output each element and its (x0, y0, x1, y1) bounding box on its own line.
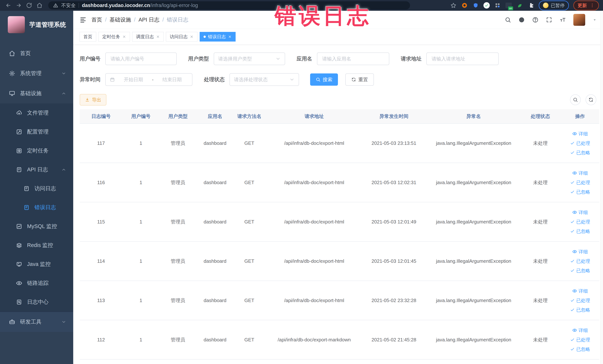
caret-down-icon[interactable] (593, 18, 597, 22)
mark-ignored-link[interactable]: 已忽略 (570, 228, 590, 234)
sidebar-item-label: 日志中心 (27, 298, 48, 306)
browser-extensions-area: on 已暂停 更新 (450, 0, 599, 10)
extension-leaf-icon[interactable] (516, 2, 523, 9)
breadcrumb-item[interactable]: 基础设施 (110, 16, 131, 23)
kebab-menu-icon[interactable] (590, 3, 595, 8)
search-button[interactable]: 搜索 (310, 73, 338, 86)
mark-ignored-link[interactable]: 已忽略 (570, 346, 590, 352)
fullscreen-icon[interactable] (546, 17, 552, 23)
tag-views-bar: 首页定时任务调度日志访问日志错误日志 (73, 29, 603, 45)
extension-onoff-icon[interactable]: on (505, 2, 512, 9)
mark-processed-link[interactable]: 已处理 (570, 297, 590, 304)
cell-user_type: 管理员 (159, 219, 197, 225)
cell-exception: java.lang.IllegalArgumentException (425, 180, 523, 186)
extensions-puzzle-icon[interactable] (528, 2, 534, 9)
browser-back-icon[interactable] (4, 2, 13, 8)
sidebar-item-infrastructure[interactable]: 基础设施 (0, 83, 73, 104)
breadcrumb-item[interactable]: API 日志 (139, 16, 159, 23)
detail-link[interactable]: 详细 (572, 170, 588, 176)
row-actions: 详细已处理已忽略 (558, 170, 602, 195)
browser-home-icon[interactable] (35, 2, 44, 8)
mark-processed-link[interactable]: 已处理 (570, 179, 590, 186)
sidebar-item-log-center[interactable]: 日志中心 (0, 293, 73, 312)
check-icon (570, 229, 575, 234)
github-icon[interactable] (519, 17, 525, 23)
detail-link[interactable]: 详细 (572, 288, 588, 294)
mark-ignored-link[interactable]: 已忽略 (570, 307, 590, 313)
mark-processed-link[interactable]: 已处理 (570, 337, 590, 343)
breadcrumb-item[interactable]: 首页 (91, 16, 102, 23)
cell-user_id: 1 (122, 258, 159, 264)
search-icon[interactable] (505, 17, 511, 23)
action-label: 已处理 (576, 337, 590, 343)
tab-access-log[interactable]: 访问日志 (166, 32, 197, 42)
sidebar-item-label: MySQL 监控 (27, 223, 57, 230)
mark-processed-link[interactable]: 已处理 (570, 140, 590, 146)
tab-label: 首页 (83, 34, 92, 40)
eye-icon (572, 210, 577, 215)
bookmark-star-icon[interactable] (450, 2, 457, 9)
collapse-menu-icon[interactable] (80, 16, 87, 23)
extension-grid-icon[interactable] (494, 2, 501, 9)
calendar-icon (110, 77, 115, 82)
user-type-select[interactable]: 请选择用户类型 (214, 52, 285, 65)
sidebar-item-label: 配置管理 (27, 128, 48, 136)
export-button-label: 导出 (92, 97, 101, 103)
mark-processed-link[interactable]: 已处理 (570, 219, 590, 225)
profile-paused-badge[interactable]: 已暂停 (539, 0, 569, 10)
tab-label: 错误日志 (208, 34, 226, 40)
browser-update-button[interactable]: 更新 (573, 0, 599, 10)
process-status-select[interactable]: 请选择处理状态 (230, 73, 299, 86)
extension-check-icon[interactable] (483, 2, 490, 9)
screen-icon (16, 261, 22, 267)
reset-button[interactable]: 重置 (345, 73, 374, 86)
request-url-input[interactable] (426, 52, 499, 65)
detail-link[interactable]: 详细 (572, 249, 588, 255)
sidebar-item-java-monitor[interactable]: Java 监控 (0, 255, 73, 274)
sidebar-item-system-management[interactable]: 系统管理 (0, 63, 73, 83)
sidebar-item-home[interactable]: 首页 (0, 43, 73, 63)
chart-square-icon (16, 223, 22, 230)
sidebar-item-api-log[interactable]: API 日志 (0, 160, 73, 179)
browser-forward-icon[interactable] (14, 2, 23, 8)
tab-error-log[interactable]: 错误日志 (200, 32, 236, 42)
sidebar-item-config-management[interactable]: 配置管理 (0, 122, 73, 141)
user-type-label: 用户类型 (188, 55, 209, 62)
detail-link[interactable]: 详细 (572, 209, 588, 215)
table-header-row: 日志编号用户编号用户类型应用名请求方法名请求地址异常发生时间异常名处理状态操作 (80, 109, 599, 124)
toggle-search-button[interactable] (570, 94, 581, 105)
tab-job-log[interactable]: 调度日志 (132, 32, 164, 42)
sidebar-item-access-log[interactable]: 访问日志 (0, 179, 73, 198)
detail-link[interactable]: 详细 (572, 327, 588, 333)
user-avatar[interactable] (573, 14, 585, 26)
download-icon (85, 97, 90, 102)
clock-square-icon (16, 148, 22, 154)
refresh-table-button[interactable] (586, 94, 596, 105)
export-button[interactable]: 导出 (80, 94, 106, 106)
extension-icon-orange[interactable] (461, 2, 468, 9)
scrollbar[interactable] (600, 11, 603, 364)
mark-processed-link[interactable]: 已处理 (570, 258, 590, 264)
extension-shield-icon[interactable] (472, 2, 479, 9)
app-name-input[interactable] (317, 52, 389, 65)
sidebar-item-scheduled-jobs[interactable]: 定时任务 (0, 141, 73, 160)
sidebar-item-dev-tools[interactable]: 研发工具 (0, 312, 73, 332)
mark-ignored-link[interactable]: 已忽略 (570, 189, 590, 195)
app-logo[interactable]: 芋道管理系统 (0, 11, 73, 39)
exception-time-range[interactable]: 开始日期 - 结束日期 (105, 73, 192, 86)
browser-reload-icon[interactable] (25, 2, 33, 8)
sidebar-item-error-log[interactable]: 错误日志 (0, 198, 73, 217)
help-icon[interactable] (532, 17, 538, 23)
mark-ignored-link[interactable]: 已忽略 (570, 150, 590, 156)
sidebar-item-mysql-monitor[interactable]: MySQL 监控 (0, 217, 73, 236)
sidebar-item-trace[interactable]: 链路追踪 (0, 274, 73, 293)
user-id-input[interactable] (105, 52, 177, 65)
detail-link[interactable]: 详细 (572, 131, 588, 137)
sidebar-item-file-management[interactable]: 文件管理 (0, 104, 73, 122)
mark-ignored-link[interactable]: 已忽略 (570, 268, 590, 274)
sidebar-item-redis-monitor[interactable]: Redis 监控 (0, 236, 73, 255)
tab-job[interactable]: 定时任务 (98, 32, 130, 42)
tab-home[interactable]: 首页 (80, 32, 96, 42)
font-size-icon[interactable] (560, 17, 566, 23)
request-url-label: 请求地址 (401, 55, 421, 62)
